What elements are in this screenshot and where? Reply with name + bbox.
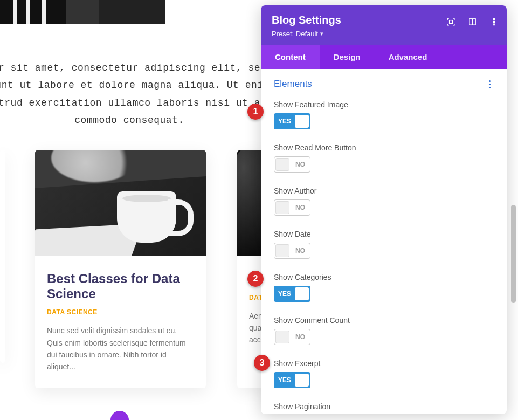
background-banner-image	[0, 0, 165, 24]
card-category[interactable]: DATA SCIENCE	[47, 308, 194, 316]
option-date: Show Date NO	[261, 225, 507, 268]
toggle-comment-count[interactable]: NO	[274, 329, 310, 345]
option-label: Show Pagination	[274, 402, 494, 411]
annotation-marker-2: 2	[247, 271, 264, 287]
tab-advanced[interactable]: Advanced	[375, 45, 441, 69]
expand-icon[interactable]	[443, 14, 458, 29]
option-featured-image: Show Featured Image YES	[261, 96, 507, 139]
option-label: Show Date	[274, 230, 494, 238]
toggle-categories[interactable]: YES	[274, 286, 310, 302]
pagination-dot[interactable]	[110, 411, 129, 420]
columns-icon[interactable]	[465, 14, 480, 29]
card-sliver-left	[0, 150, 5, 363]
option-label: Show Comment Count	[274, 316, 494, 325]
option-label: Show Categories	[274, 273, 494, 281]
annotation-marker-3: 3	[254, 355, 270, 371]
option-label: Show Featured Image	[274, 100, 494, 109]
card-title[interactable]: Best Classes for Data Science	[47, 271, 194, 301]
svg-point-5	[493, 24, 495, 25]
option-label: Show Excerpt	[274, 359, 494, 368]
option-pagination: Show Pagination NO	[261, 398, 507, 414]
card-excerpt: Nunc sed velit dignissim sodales ut eu. …	[47, 325, 194, 373]
option-label: Show Author	[274, 187, 494, 195]
panel-body: Elements Show Featured Image YES Show Re…	[261, 69, 507, 414]
background-paragraph: or sit amet, consectetur adipiscing elit…	[0, 24, 275, 129]
section-title-elements[interactable]: Elements	[274, 79, 312, 89]
card-featured-image	[35, 150, 206, 256]
option-label: Show Read More Button	[274, 143, 494, 152]
svg-rect-0	[449, 20, 452, 23]
background-content: or sit amet, consectetur adipiscing elit…	[0, 0, 264, 129]
annotation-marker-1: 1	[247, 104, 264, 120]
toggle-author[interactable]: NO	[274, 199, 310, 216]
panel-header[interactable]: Blog Settings Preset: Default	[261, 5, 507, 45]
toggle-excerpt[interactable]: YES	[274, 372, 310, 388]
toggle-date[interactable]: NO	[274, 243, 310, 259]
option-read-more: Show Read More Button NO	[261, 139, 507, 182]
svg-point-4	[493, 21, 495, 23]
section-kebab-icon[interactable]	[485, 80, 494, 88]
panel-tabs: Content Design Advanced	[261, 45, 507, 69]
tab-content[interactable]: Content	[261, 45, 320, 69]
option-categories: Show Categories YES	[261, 268, 507, 312]
toggle-read-more[interactable]: NO	[274, 156, 310, 173]
scrollbar-thumb[interactable]	[511, 205, 516, 303]
option-comment-count: Show Comment Count NO	[261, 312, 507, 355]
svg-point-3	[493, 18, 495, 20]
blog-settings-panel: Blog Settings Preset: Default Content De…	[261, 5, 507, 414]
kebab-menu-icon[interactable]	[486, 14, 501, 29]
cards-row: Best Classes for Data Science DATA SCIEN…	[35, 150, 267, 388]
toggle-featured-image[interactable]: YES	[274, 113, 310, 129]
option-author: Show Author NO	[261, 182, 507, 225]
tab-design[interactable]: Design	[320, 45, 375, 69]
preset-dropdown[interactable]: Preset: Default	[272, 30, 323, 38]
blog-card-1[interactable]: Best Classes for Data Science DATA SCIEN…	[35, 150, 206, 388]
option-excerpt: Show Excerpt YES	[261, 355, 507, 398]
